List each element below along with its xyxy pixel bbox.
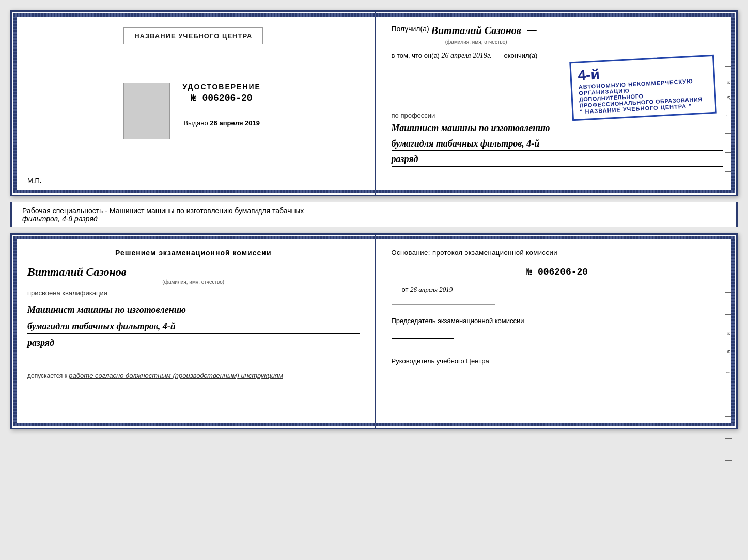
director-signature-line — [392, 369, 454, 379]
bdash10: — — [725, 456, 732, 464]
protocol-number: № 006206-20 — [392, 267, 724, 277]
recipient-name: Витталий Сазонов — [431, 25, 521, 38]
from-date-value: 26 апреля 2019 — [410, 285, 453, 293]
bottom-booklet: Решением экзаменационной комиссии Виттал… — [10, 233, 738, 429]
stamp-box: 4-й АВТОНОМНУЮ НЕКОММЕРЧЕСКУЮ ОРГАНИЗАЦИ… — [569, 55, 717, 121]
stamp-highlight: 4-й — [578, 61, 707, 84]
admission-detail: работе согласно должностным (производств… — [69, 372, 283, 379]
from-date-line: от 26 апреля 2019 — [402, 285, 724, 294]
date-line: в том, что он(а) 26 апреля 2019г. окончи… — [392, 52, 724, 60]
basis-label: Основание: протокол экзаменационной коми… — [392, 249, 558, 257]
cert-doc-info: УДОСТОВЕРЕНИЕ № 006206-20 Выдано 26 апре… — [180, 83, 263, 127]
dash9: — — [725, 186, 732, 194]
dash3: и — [725, 81, 732, 84]
profession-label: по профессии — [392, 111, 435, 119]
left-middle: УДОСТОВЕРЕНИЕ № 006206-20 Выдано 26 апре… — [123, 50, 263, 172]
bottom-left: Решением экзаменационной комиссии Виттал… — [12, 235, 376, 428]
top-booklet: НАЗВАНИЕ УЧЕБНОГО ЦЕНТРА УДОСТОВЕРЕНИЕ №… — [10, 10, 738, 196]
cert-title-box: НАЗВАНИЕ УЧЕБНОГО ЦЕНТРА — [123, 27, 263, 44]
bottom-person-caption: (фамилия, имя, отчество) — [27, 279, 360, 285]
qualification-label: присвоена квалификация — [27, 289, 360, 297]
dash10: — — [725, 205, 732, 213]
recipient-caption: (фамилия, имя, отчество) — [431, 39, 521, 45]
recipient-prefix: Получил(а) — [392, 25, 429, 33]
issued-label: Выдано — [183, 119, 208, 127]
mp-line: М.П. — [27, 177, 41, 184]
profession-section: по профессии Машинист машины по изготовл… — [392, 110, 724, 167]
bdash6: ← — [725, 369, 732, 375]
director-label: Руководитель учебного Центра — [392, 356, 724, 366]
dash7: — — [725, 148, 732, 156]
middle-text2: фильтров, 4-й разряд — [22, 215, 98, 223]
date-prefix: в том, что он(а) — [392, 52, 440, 59]
right-dashes: — — и ,а ← — — — — — — [725, 43, 732, 213]
photo-placeholder — [123, 83, 170, 139]
left-page: НАЗВАНИЕ УЧЕБНОГО ЦЕНТРА УДОСТОВЕРЕНИЕ №… — [12, 12, 376, 195]
dash1: — — [725, 43, 732, 51]
cert-title-label: НАЗВАНИЕ УЧЕБНОГО ЦЕНТРА — [134, 32, 252, 40]
stamp-line3: " НАЗВАНИЕ УЧЕБНОГО ЦЕНТРА " — [580, 102, 709, 115]
bdash9: — — [725, 434, 732, 442]
commission-heading: Решением экзаменационной комиссии — [27, 248, 360, 259]
bdash1: — — [725, 266, 732, 274]
bdash8: — — [725, 412, 732, 420]
profession-text3: разряд — [392, 153, 724, 166]
right-dashes-bottom: — — — и ,а ← — — — — — — [725, 266, 732, 486]
admission-text: допускается к работе согласно должностны… — [27, 371, 360, 381]
recipient-line: Получил(а) Витталий Сазонов (фамилия, им… — [392, 25, 724, 45]
bdash4: и — [725, 332, 732, 335]
doc-label: УДОСТОВЕРЕНИЕ — [180, 83, 263, 91]
dash6: — — [725, 129, 732, 137]
bottom-person-section: Витталий Сазонов (фамилия, имя, отчество… — [27, 263, 360, 285]
chairman-signature-line — [392, 328, 454, 339]
qual-text1: Машинист машины по изготовлению — [27, 303, 360, 317]
bdash7: — — [725, 390, 732, 397]
bdash11: — — [725, 478, 732, 486]
middle-strip: Рабочая специальность - Машинист машины … — [10, 202, 738, 227]
profession-text1: Машинист машины по изготовлению — [392, 122, 724, 135]
dash8: — — [725, 167, 732, 175]
stamp-line1: АВТОНОМНУЮ НЕКОММЕРЧЕСКУЮ ОРГАНИЗАЦИЮ — [578, 77, 708, 96]
chairman-label: Председатель экзаменационной комиссии — [392, 316, 724, 326]
bdash5: ,а — [725, 350, 732, 355]
bdash2: — — [725, 288, 732, 296]
middle-text1: Рабочая специальность - Машинист машины … — [22, 206, 304, 215]
from-label: от — [402, 285, 409, 293]
qual-text2: бумагидля табачных фильтров, 4-й — [27, 319, 360, 334]
dash4: ,а — [725, 95, 732, 100]
right-page: Получил(а) Витталий Сазонов (фамилия, им… — [376, 12, 737, 195]
issued-date: 26 апреля 2019 — [210, 119, 260, 127]
bottom-right: Основание: протокол экзаменационной коми… — [376, 235, 737, 428]
qual-text3: разряд — [27, 336, 360, 350]
bdash3: — — [725, 310, 732, 318]
date-value: 26 апреля 2019г. — [442, 52, 492, 59]
chairman-section: Председатель экзаменационной комиссии — [392, 316, 724, 341]
doc-number: № 006206-20 — [180, 93, 263, 103]
stamp-line2: ДОПОЛНИТЕЛЬНОГО ПРОФЕССИОНАЛЬНОГО ОБРАЗО… — [579, 89, 709, 108]
director-section: Руководитель учебного Центра — [392, 356, 724, 381]
basis-section: Основание: протокол экзаменационной коми… — [392, 248, 724, 259]
issued-line: Выдано 26 апреля 2019 — [180, 119, 263, 127]
bottom-person-name: Витталий Сазонов — [27, 265, 127, 279]
profession-text2: бумагидля табачных фильтров, 4-й — [392, 137, 724, 151]
qualification-section: Машинист машины по изготовлению бумагидл… — [27, 301, 360, 350]
admission-prefix: допускается к — [27, 372, 67, 379]
finished-label: окончил(а) — [504, 52, 537, 59]
dash2: — — [725, 62, 732, 70]
mp-label: М.П. — [27, 177, 41, 184]
dash5: ← — [725, 111, 732, 118]
